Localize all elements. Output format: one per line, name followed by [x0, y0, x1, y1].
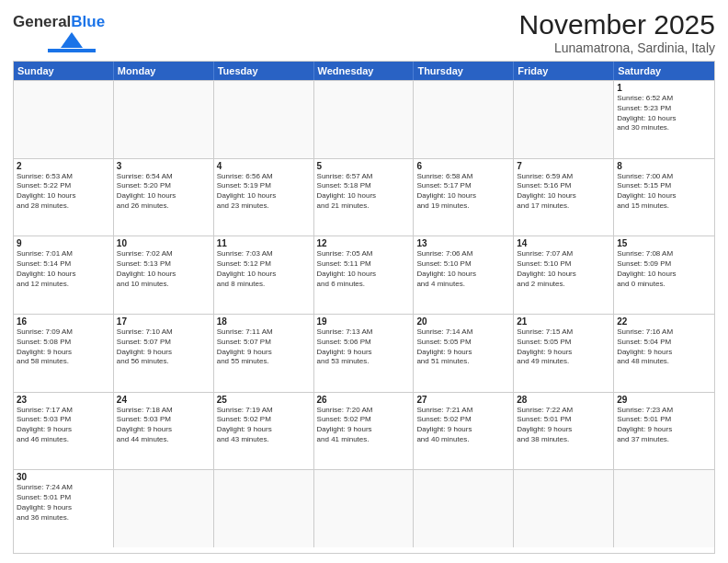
cal-cell-w1-d3 — [314, 81, 415, 158]
cal-cell-w2-d4: 6Sunrise: 6:58 AM Sunset: 5:17 PM Daylig… — [414, 159, 514, 236]
cal-cell-w1-d6: 1Sunrise: 6:52 AM Sunset: 5:23 PM Daylig… — [614, 81, 714, 158]
cal-cell-w6-d4 — [414, 470, 514, 547]
day-info: Sunrise: 7:05 AM Sunset: 5:11 PM Dayligh… — [317, 249, 411, 289]
calendar-title: November 2025 — [519, 9, 715, 40]
weekday-thursday: Thursday — [414, 62, 514, 80]
day-number: 3 — [117, 161, 210, 171]
cal-cell-w6-d1 — [114, 470, 214, 547]
day-info: Sunrise: 7:09 AM Sunset: 5:08 PM Dayligh… — [17, 327, 110, 367]
day-number: 2 — [17, 161, 110, 171]
cal-cell-w2-d0: 2Sunrise: 6:53 AM Sunset: 5:22 PM Daylig… — [14, 159, 114, 236]
logo-triangle — [61, 32, 83, 48]
day-info: Sunrise: 6:52 AM Sunset: 5:23 PM Dayligh… — [617, 94, 711, 133]
day-number: 21 — [517, 316, 610, 327]
day-info: Sunrise: 7:08 AM Sunset: 5:09 PM Dayligh… — [617, 249, 711, 289]
day-info: Sunrise: 7:17 AM Sunset: 5:03 PM Dayligh… — [17, 406, 110, 445]
week-row-5: 23Sunrise: 7:17 AM Sunset: 5:03 PM Dayli… — [14, 392, 714, 470]
cal-cell-w2-d2: 4Sunrise: 6:56 AM Sunset: 5:19 PM Daylig… — [214, 159, 314, 236]
day-number: 14 — [517, 238, 610, 248]
day-info: Sunrise: 7:24 AM Sunset: 5:01 PM Dayligh… — [17, 483, 110, 523]
day-info: Sunrise: 6:57 AM Sunset: 5:18 PM Dayligh… — [317, 172, 411, 212]
day-number: 26 — [317, 395, 411, 405]
day-number: 10 — [117, 238, 210, 248]
day-number: 23 — [17, 395, 110, 405]
day-info: Sunrise: 7:19 AM Sunset: 5:02 PM Dayligh… — [217, 406, 311, 445]
day-number: 4 — [217, 161, 311, 171]
calendar-header: Sunday Monday Tuesday Wednesday Thursday… — [14, 62, 714, 80]
day-number: 22 — [617, 316, 711, 327]
cal-cell-w3-d6: 15Sunrise: 7:08 AM Sunset: 5:09 PM Dayli… — [614, 236, 714, 314]
day-info: Sunrise: 7:02 AM Sunset: 5:13 PM Dayligh… — [117, 249, 210, 289]
cal-cell-w3-d0: 9Sunrise: 7:01 AM Sunset: 5:14 PM Daylig… — [14, 236, 114, 314]
day-number: 19 — [317, 316, 411, 327]
cal-cell-w5-d1: 24Sunrise: 7:18 AM Sunset: 5:03 PM Dayli… — [114, 393, 214, 470]
cal-cell-w4-d6: 22Sunrise: 7:16 AM Sunset: 5:04 PM Dayli… — [614, 315, 714, 392]
day-number: 29 — [617, 395, 711, 405]
cal-cell-w3-d2: 11Sunrise: 7:03 AM Sunset: 5:12 PM Dayli… — [214, 236, 314, 314]
cal-cell-w3-d4: 13Sunrise: 7:06 AM Sunset: 5:10 PM Dayli… — [414, 236, 514, 314]
day-info: Sunrise: 6:59 AM Sunset: 5:16 PM Dayligh… — [517, 172, 610, 212]
title-block: November 2025 Lunamatrona, Sardinia, Ita… — [519, 9, 715, 55]
day-info: Sunrise: 7:00 AM Sunset: 5:15 PM Dayligh… — [617, 172, 711, 212]
day-info: Sunrise: 6:56 AM Sunset: 5:19 PM Dayligh… — [217, 172, 311, 212]
page: GeneralBlue November 2025 Lunamatrona, S… — [0, 0, 728, 563]
day-number: 24 — [117, 395, 210, 405]
weekday-wednesday: Wednesday — [314, 62, 415, 80]
day-number: 5 — [317, 161, 411, 171]
cal-cell-w6-d5 — [514, 470, 614, 547]
cal-cell-w6-d3 — [314, 470, 415, 547]
cal-cell-w3-d1: 10Sunrise: 7:02 AM Sunset: 5:13 PM Dayli… — [114, 236, 214, 314]
cal-cell-w5-d3: 26Sunrise: 7:20 AM Sunset: 5:02 PM Dayli… — [314, 393, 415, 470]
cal-cell-w6-d6 — [614, 470, 714, 547]
cal-cell-w6-d0: 30Sunrise: 7:24 AM Sunset: 5:01 PM Dayli… — [14, 470, 114, 547]
week-row-1: 1Sunrise: 6:52 AM Sunset: 5:23 PM Daylig… — [14, 80, 714, 158]
cal-cell-w5-d5: 28Sunrise: 7:22 AM Sunset: 5:01 PM Dayli… — [514, 393, 614, 470]
cal-cell-w2-d1: 3Sunrise: 6:54 AM Sunset: 5:20 PM Daylig… — [114, 159, 214, 236]
day-number: 15 — [617, 238, 711, 248]
day-number: 30 — [17, 472, 110, 482]
weekday-sunday: Sunday — [14, 62, 114, 80]
cal-cell-w3-d5: 14Sunrise: 7:07 AM Sunset: 5:10 PM Dayli… — [514, 236, 614, 314]
cal-cell-w2-d3: 5Sunrise: 6:57 AM Sunset: 5:18 PM Daylig… — [314, 159, 415, 236]
cal-cell-w1-d0 — [14, 81, 114, 158]
cal-cell-w4-d1: 17Sunrise: 7:10 AM Sunset: 5:07 PM Dayli… — [114, 315, 214, 392]
cal-cell-w4-d5: 21Sunrise: 7:15 AM Sunset: 5:05 PM Dayli… — [514, 315, 614, 392]
day-info: Sunrise: 7:07 AM Sunset: 5:10 PM Dayligh… — [517, 249, 610, 289]
calendar-body: 1Sunrise: 6:52 AM Sunset: 5:23 PM Daylig… — [14, 80, 714, 547]
cal-cell-w5-d4: 27Sunrise: 7:21 AM Sunset: 5:02 PM Dayli… — [414, 393, 514, 470]
logo: GeneralBlue — [13, 9, 105, 52]
logo-blue: Blue — [71, 13, 105, 31]
cal-cell-w4-d4: 20Sunrise: 7:14 AM Sunset: 5:05 PM Dayli… — [414, 315, 514, 392]
cal-cell-w5-d6: 29Sunrise: 7:23 AM Sunset: 5:01 PM Dayli… — [614, 393, 714, 470]
day-number: 9 — [17, 238, 110, 248]
cal-cell-w1-d2 — [214, 81, 314, 158]
day-number: 16 — [17, 316, 110, 327]
day-info: Sunrise: 7:10 AM Sunset: 5:07 PM Dayligh… — [117, 327, 210, 367]
cal-cell-w5-d2: 25Sunrise: 7:19 AM Sunset: 5:02 PM Dayli… — [214, 393, 314, 470]
cal-cell-w3-d3: 12Sunrise: 7:05 AM Sunset: 5:11 PM Dayli… — [314, 236, 415, 314]
day-number: 8 — [617, 161, 711, 171]
day-info: Sunrise: 7:01 AM Sunset: 5:14 PM Dayligh… — [17, 249, 110, 289]
day-info: Sunrise: 7:13 AM Sunset: 5:06 PM Dayligh… — [317, 327, 411, 367]
cal-cell-w4-d2: 18Sunrise: 7:11 AM Sunset: 5:07 PM Dayli… — [214, 315, 314, 392]
day-number: 11 — [217, 238, 311, 248]
day-info: Sunrise: 7:15 AM Sunset: 5:05 PM Dayligh… — [517, 327, 610, 367]
cal-cell-w5-d0: 23Sunrise: 7:17 AM Sunset: 5:03 PM Dayli… — [14, 393, 114, 470]
day-number: 1 — [617, 83, 711, 93]
cal-cell-w2-d5: 7Sunrise: 6:59 AM Sunset: 5:16 PM Daylig… — [514, 159, 614, 236]
day-number: 13 — [416, 238, 510, 248]
cal-cell-w2-d6: 8Sunrise: 7:00 AM Sunset: 5:15 PM Daylig… — [614, 159, 714, 236]
day-info: Sunrise: 7:22 AM Sunset: 5:01 PM Dayligh… — [517, 406, 610, 445]
logo-bar — [48, 49, 96, 52]
day-number: 27 — [416, 395, 510, 405]
day-info: Sunrise: 6:53 AM Sunset: 5:22 PM Dayligh… — [17, 172, 110, 212]
weekday-tuesday: Tuesday — [214, 62, 314, 80]
cal-cell-w1-d4 — [414, 81, 514, 158]
day-info: Sunrise: 7:23 AM Sunset: 5:01 PM Dayligh… — [617, 406, 711, 445]
week-row-6: 30Sunrise: 7:24 AM Sunset: 5:01 PM Dayli… — [14, 469, 714, 547]
day-info: Sunrise: 6:54 AM Sunset: 5:20 PM Dayligh… — [117, 172, 210, 212]
day-info: Sunrise: 7:20 AM Sunset: 5:02 PM Dayligh… — [317, 406, 411, 445]
header: GeneralBlue November 2025 Lunamatrona, S… — [13, 9, 715, 55]
weekday-friday: Friday — [514, 62, 614, 80]
logo-general: General — [13, 13, 71, 31]
